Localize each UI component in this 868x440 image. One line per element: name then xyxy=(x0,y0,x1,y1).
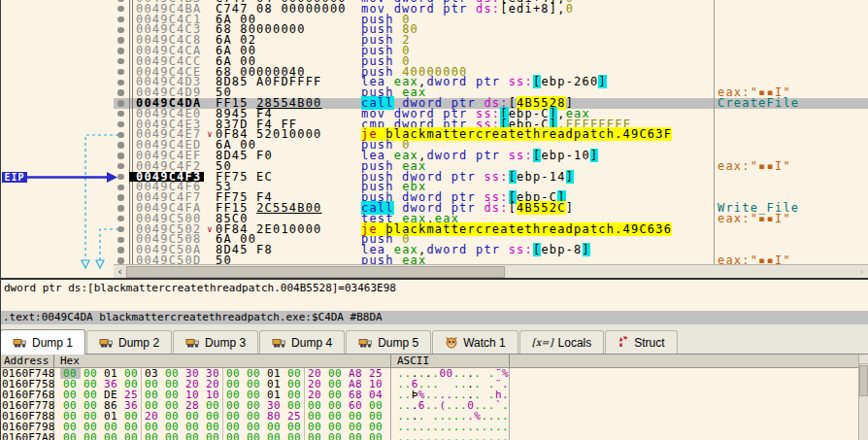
hex-byte[interactable]: 00 xyxy=(203,432,223,440)
tab-label: Struct xyxy=(634,336,664,350)
dump-header-address: Address xyxy=(0,355,54,367)
horizontal-scrollbar[interactable]: ‹ › xyxy=(114,264,868,279)
breakpoint-dot[interactable] xyxy=(114,77,129,87)
breakpoint-dot[interactable] xyxy=(114,24,129,35)
scroll-right-icon[interactable]: › xyxy=(855,265,868,279)
hex-byte[interactable]: 00 xyxy=(366,432,386,440)
hex-byte[interactable]: 00 xyxy=(101,432,121,440)
jcc-gutter xyxy=(204,214,216,224)
jcc-gutter xyxy=(204,245,216,255)
tab-locals[interactable]: [x=]Locals xyxy=(519,330,605,354)
ascii-char[interactable]: . xyxy=(460,432,467,440)
breakpoint-dot[interactable] xyxy=(114,67,129,78)
ascii-char[interactable]: . xyxy=(404,432,411,440)
tab-struct[interactable]: Struct xyxy=(605,330,677,354)
jcc-gutter xyxy=(204,35,216,46)
jump-arrowhead-icon xyxy=(96,260,104,268)
disassembly-panel[interactable]: 0049C4B3C747 04 00000000mov dword ptr ds… xyxy=(114,0,868,264)
hex-byte[interactable]: 00 xyxy=(121,432,142,440)
instruction-text: lea eax,dword ptr ss:[ebp-10] xyxy=(361,151,868,161)
breakpoint-dot[interactable] xyxy=(114,15,129,25)
tab-dump-2[interactable]: Dump 2 xyxy=(86,330,172,354)
ascii-char[interactable]: . xyxy=(418,432,425,440)
dump-row[interactable]: 0160F7A800000000000000000000000000000000… xyxy=(0,432,868,440)
jcc-gutter xyxy=(204,182,216,192)
breakpoint-dot[interactable] xyxy=(114,4,129,15)
comment-column-divider[interactable] xyxy=(714,0,715,264)
breakpoint-dot[interactable] xyxy=(114,234,129,245)
breakpoint-dot[interactable] xyxy=(114,182,129,192)
tab-dump-3[interactable]: Dump 3 xyxy=(173,330,258,354)
instruction-text: push 0 xyxy=(361,46,868,56)
scrollbar-thumb[interactable] xyxy=(859,365,868,396)
tab-label: Watch 1 xyxy=(463,336,506,350)
hex-byte[interactable]: 00 xyxy=(81,432,101,440)
breakpoint-dot[interactable] xyxy=(114,140,129,151)
instruction-text: lea eax,dword ptr ss:[ebp-8] xyxy=(361,245,868,255)
hex-byte[interactable]: 00 xyxy=(325,432,346,440)
hex-byte[interactable]: 00 xyxy=(60,432,81,440)
hex-byte[interactable]: 00 xyxy=(223,432,244,440)
hex-byte[interactable]: 00 xyxy=(183,432,203,440)
ascii-char[interactable]: . xyxy=(397,432,404,440)
jcc-gutter xyxy=(204,140,216,151)
disasm-row[interactable]: 0049C50D50push eaxeax:"▪▪I" xyxy=(114,255,868,264)
ascii-char[interactable]: . xyxy=(432,432,439,440)
breakpoint-dot[interactable] xyxy=(114,214,129,224)
breakpoint-dot[interactable] xyxy=(114,203,129,214)
dump-header-row: Address Hex ASCII xyxy=(0,355,868,368)
breakpoint-dot[interactable] xyxy=(114,255,129,264)
breakpoint-dot[interactable] xyxy=(114,87,129,98)
hex-byte[interactable]: 00 xyxy=(305,432,325,440)
dump-header-hex: Hex xyxy=(54,355,391,367)
breakpoint-dot[interactable] xyxy=(114,224,129,235)
ascii-char[interactable]: . xyxy=(467,432,474,440)
ascii-char[interactable]: . xyxy=(495,432,502,440)
ascii-char[interactable]: . xyxy=(502,432,509,440)
instruction-text: push 0 xyxy=(361,15,868,25)
ascii-char[interactable]: . xyxy=(446,432,452,440)
breakpoint-dot[interactable] xyxy=(114,109,129,119)
breakpoint-dot[interactable] xyxy=(114,35,129,46)
vertical-scrollbar[interactable] xyxy=(858,355,868,440)
jcc-gutter xyxy=(204,4,216,15)
ascii-char[interactable]: . xyxy=(481,432,487,440)
hex-byte[interactable]: 00 xyxy=(264,432,284,440)
breakpoint-dot[interactable] xyxy=(114,119,129,130)
scroll-left-icon[interactable]: ‹ xyxy=(114,265,126,279)
dump-header-ascii: ASCII xyxy=(391,355,510,367)
ascii-char[interactable]: . xyxy=(425,432,432,440)
hex-dump-panel[interactable]: Address Hex ASCII 0160F74800000100030030… xyxy=(0,355,868,440)
ascii-char[interactable]: . xyxy=(474,432,481,440)
ascii-char[interactable]: . xyxy=(453,432,460,440)
tab-watch-1[interactable]: Watch 1 xyxy=(432,330,518,354)
breakpoint-dot[interactable] xyxy=(114,161,129,172)
breakpoint-dot[interactable] xyxy=(114,56,129,67)
breakpoint-dot[interactable] xyxy=(114,245,129,255)
jcc-gutter xyxy=(204,77,216,87)
hex-byte[interactable]: 00 xyxy=(284,432,305,440)
ascii-char[interactable]: . xyxy=(411,432,417,440)
ascii-char[interactable]: . xyxy=(487,432,494,440)
breakpoint-dot[interactable] xyxy=(114,172,129,183)
scrollbar-thumb[interactable] xyxy=(126,266,505,278)
instruction-text: mov dword ptr ds:[edi+8],0 xyxy=(361,4,868,15)
tab-dump-5[interactable]: Dump 5 xyxy=(346,330,431,354)
breakpoint-dot[interactable] xyxy=(114,46,129,56)
scroll-up-icon[interactable] xyxy=(859,355,868,364)
hex-byte[interactable]: 00 xyxy=(142,432,162,440)
dump-truck-icon xyxy=(358,336,373,349)
jcc-gutter xyxy=(204,109,216,119)
jcc-down-icon: ∨ xyxy=(204,129,216,140)
hex-byte[interactable]: 00 xyxy=(346,432,366,440)
hex-byte[interactable]: 00 xyxy=(162,432,183,440)
breakpoint-dot[interactable] xyxy=(114,151,129,161)
breakpoint-dot[interactable] xyxy=(114,129,129,140)
tab-dump-1[interactable]: Dump 1 xyxy=(0,329,85,355)
ascii-char[interactable]: . xyxy=(439,432,446,440)
breakpoint-dot[interactable] xyxy=(114,98,129,109)
breakpoint-dot[interactable] xyxy=(114,192,129,203)
tab-dump-4[interactable]: Dump 4 xyxy=(259,330,345,354)
hex-byte[interactable]: 00 xyxy=(244,432,264,440)
tab-label: Dump 4 xyxy=(291,336,332,350)
